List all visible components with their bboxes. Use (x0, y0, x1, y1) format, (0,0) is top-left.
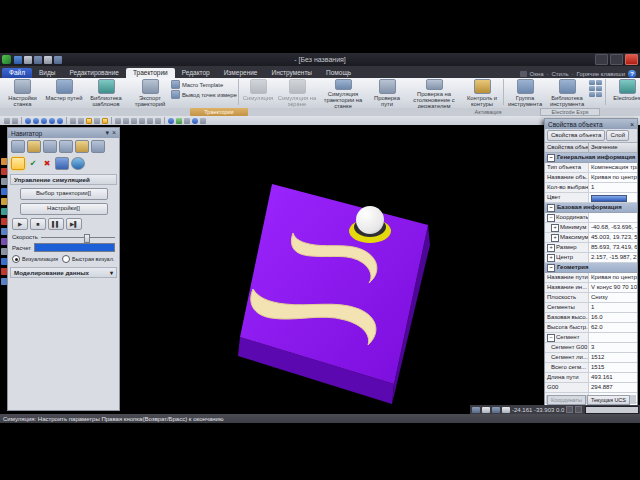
close-button[interactable] (625, 54, 638, 65)
speed-slider[interactable] (41, 233, 115, 241)
refresh-view-icon[interactable] (139, 118, 145, 124)
property-row[interactable]: +Минимум -40.68, -63.696, -7.39 (545, 223, 637, 233)
ribbon-machine-settings-button[interactable]: Настройки станка (0, 78, 45, 108)
highlight-mode-icon[interactable] (86, 118, 92, 124)
step-button[interactable]: ▶▌ (66, 218, 82, 230)
tool-display-icon[interactable] (75, 140, 89, 153)
radio-fast-visual[interactable]: Быстрая визуал. (62, 255, 114, 263)
grid-toggle-icon[interactable] (147, 118, 153, 124)
section-view-icon[interactable] (94, 118, 100, 124)
pin-icon[interactable]: ▾ (105, 129, 109, 137)
navigator-title-bar[interactable]: Навигатор ▾ × (8, 128, 119, 138)
ribbon-path-check-button[interactable]: Проверка пути (368, 78, 406, 108)
shaded-icon[interactable] (78, 118, 84, 124)
tab-tools[interactable]: Инструменты (265, 68, 320, 78)
view-fit-icon[interactable] (57, 118, 63, 124)
ortho-icon[interactable] (492, 407, 500, 413)
view-iso-icon[interactable] (49, 118, 55, 124)
pause-button[interactable]: ▌▌ (48, 218, 64, 230)
axes-toggle-icon[interactable] (155, 118, 161, 124)
ribbon-holder-collision-button[interactable]: Проверка на столкновение с держателем (406, 78, 462, 108)
tab-coordinates[interactable]: Координаты (547, 395, 586, 405)
section-geometry[interactable]: − Геометрия (545, 263, 637, 273)
measure-mode-icon[interactable] (102, 118, 108, 124)
help-icon[interactable]: ? (628, 70, 636, 78)
tab-views[interactable]: Виды (32, 68, 62, 78)
section-general-info[interactable]: − Генеральная информация (545, 153, 637, 163)
maximize-button[interactable] (610, 54, 623, 65)
tab-editing[interactable]: Редактирование (62, 68, 126, 78)
tab-object-properties[interactable]: Свойства объекта (547, 130, 605, 141)
macro-template-button[interactable]: Macro Template (171, 80, 237, 89)
tab-toolpaths[interactable]: Траектории (126, 68, 175, 78)
camera-icon[interactable] (192, 118, 198, 124)
pan-tool-icon[interactable] (12, 118, 18, 124)
slider-thumb[interactable] (84, 234, 90, 243)
menu-windows[interactable]: Окна (530, 71, 544, 77)
property-row[interactable]: Плоскость Снизу (545, 293, 637, 303)
ribbon-template-library-button[interactable]: Библиотека шаблонов (83, 78, 129, 108)
tab-current-ucs[interactable]: Текущая UCS (587, 395, 630, 405)
tab-measure[interactable]: Измерение (217, 68, 265, 78)
tool-mini-icon[interactable] (589, 92, 595, 97)
rotate-view-icon[interactable] (131, 118, 137, 124)
property-row[interactable]: Название пути Кривая по центру (545, 273, 637, 283)
coord-units-button[interactable] (575, 406, 582, 413)
view-top-icon[interactable] (25, 118, 31, 124)
property-row[interactable]: Длина пути 493.161 (545, 373, 637, 383)
operator-icon[interactable] (55, 157, 69, 170)
view-side-icon[interactable] (41, 118, 47, 124)
snap-grid-icon[interactable] (472, 407, 480, 413)
ribbon-export-paths-button[interactable]: Экспорт траекторий (129, 78, 171, 108)
tool-mini-icon[interactable] (596, 80, 602, 85)
ribbon-electrodes-button[interactable]: Electrodes (607, 78, 640, 108)
tool-mini-icon[interactable] (589, 86, 595, 91)
data-modeling-header[interactable]: Моделирование данных ▾ (10, 267, 117, 278)
tool-mini-icon[interactable] (596, 92, 602, 97)
tracking-icon[interactable] (502, 407, 510, 413)
compare-icon[interactable] (59, 140, 73, 153)
property-row[interactable]: Название объ... Кривая по центру (545, 173, 637, 183)
play-button[interactable]: ▶ (12, 218, 28, 230)
property-row[interactable]: −Координаты (545, 213, 637, 223)
expand-icon[interactable]: + (547, 254, 555, 262)
measure-points-output-button[interactable]: Вывод точек измерения (171, 90, 237, 99)
collapse-icon[interactable]: − (547, 264, 555, 272)
ribbon-control-contours-button[interactable]: Контроль и контуры (462, 78, 502, 108)
light-icon[interactable] (168, 118, 174, 124)
menu-hotkeys[interactable]: Горячие клавиши (577, 71, 625, 77)
property-row[interactable]: Сегменты 1 (545, 303, 637, 313)
property-row[interactable]: Кол-во выбран... 1 (545, 183, 637, 193)
view-front-icon[interactable] (33, 118, 39, 124)
apply-icon[interactable]: ✔ (27, 158, 39, 169)
property-row[interactable]: Базовая высо... 16.0 (545, 313, 637, 323)
collision-view-icon[interactable] (43, 140, 57, 153)
property-row[interactable]: G00 294.887 (545, 383, 637, 393)
chevron-down-icon[interactable]: ▾ (110, 269, 113, 276)
stock-view-icon[interactable] (27, 140, 41, 153)
color-swatch[interactable] (591, 195, 627, 202)
property-row[interactable]: Название ин... V конус 90 70 10 D (545, 283, 637, 293)
property-row[interactable]: +Максимум 45.003, 19.723, 55.0 (545, 233, 637, 243)
collapse-icon[interactable]: − (547, 154, 555, 162)
menu-style[interactable]: Стиль (552, 71, 569, 77)
tool-mini-icon[interactable] (596, 86, 602, 91)
sim-mode-icon[interactable] (11, 140, 25, 153)
ball-tool[interactable] (356, 206, 384, 234)
property-row[interactable]: −Сегмент (545, 333, 637, 343)
collapse-icon[interactable]: − (547, 334, 555, 342)
expand-icon[interactable]: + (551, 224, 559, 232)
coord-mode-button[interactable] (566, 406, 573, 413)
expand-icon[interactable]: + (547, 244, 555, 252)
snapshot-icon[interactable] (200, 118, 206, 124)
property-row[interactable]: Всего сегм... 1515 (545, 363, 637, 373)
property-row[interactable]: Высота быстр... 62.0 (545, 323, 637, 333)
grid-icon[interactable] (482, 407, 490, 413)
radio-visualization[interactable]: Визуализация (12, 255, 58, 263)
command-field[interactable] (585, 406, 639, 414)
select-trajectory-button[interactable]: Выбор траектории[] (20, 188, 108, 200)
report-icon[interactable] (91, 140, 105, 153)
environment-icon[interactable] (71, 157, 85, 170)
cancel-icon[interactable]: ✖ (41, 158, 53, 169)
select-tool-icon[interactable] (4, 118, 10, 124)
